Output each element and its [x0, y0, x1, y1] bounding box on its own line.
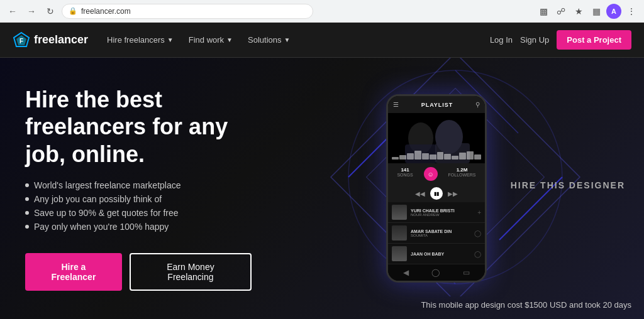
- site-wrapper: F freelancer Hire freelancers ▼ Find wor…: [0, 23, 644, 319]
- phone-back-icon: ◀: [403, 268, 409, 277]
- phone-followers-stat: 1.2M FOLLOWERS: [448, 167, 476, 181]
- extension-icon[interactable]: ▦: [589, 4, 604, 19]
- hero-buttons: Hire a Freelancer Earn Money Freelancing: [25, 253, 252, 291]
- url-text: freelancer.com: [81, 7, 131, 16]
- solutions-nav[interactable]: Solutions ▼: [242, 31, 296, 48]
- hire-freelancer-button[interactable]: Hire a Freelancer: [25, 253, 122, 291]
- track-thumb-1: [392, 205, 407, 220]
- phone-stats: 141 SONGS ☺ 1.2M FOLLOWERS: [388, 163, 485, 185]
- bullet-1: World's largest freelance marketplace: [25, 180, 252, 190]
- bullet-dot-2: [25, 197, 29, 201]
- login-link[interactable]: Log In: [490, 35, 513, 45]
- phone-mockup: ☰ PLAYLIST ⚲: [386, 94, 487, 283]
- find-work-chevron-icon: ▼: [226, 36, 233, 43]
- solutions-chevron-icon: ▼: [284, 36, 290, 43]
- phone-recent-icon: ▭: [463, 268, 470, 277]
- back-button[interactable]: ←: [5, 4, 20, 19]
- earn-money-button[interactable]: Earn Money Freelancing: [130, 253, 252, 291]
- track-thumb-2: [392, 225, 407, 241]
- refresh-button[interactable]: ↻: [43, 4, 58, 19]
- hero-left: Hire the best freelancers for any job, o…: [0, 58, 277, 319]
- hire-freelancers-nav[interactable]: Hire freelancers ▼: [101, 31, 180, 48]
- phone-playlist-label: PLAYLIST: [421, 102, 453, 108]
- signup-link[interactable]: Sign Up: [520, 35, 549, 45]
- find-work-nav[interactable]: Find work ▼: [182, 31, 239, 48]
- design-cost-text: This mobile app design cost $1500 USD an…: [421, 300, 631, 310]
- browser-chrome: ← → ↻ 🔒 freelancer.com ▩ ☍ ★ ▦ A ⋮: [0, 0, 644, 23]
- menu-icon[interactable]: ⋮: [624, 4, 639, 19]
- hire-designer-label[interactable]: HIRE THIS DESIGNER: [511, 180, 625, 190]
- profile-avatar[interactable]: A: [606, 4, 621, 19]
- forward-button[interactable]: →: [24, 4, 39, 19]
- logo[interactable]: F freelancer: [13, 31, 88, 49]
- hero-section: Hire the best freelancers for any job, o…: [0, 58, 644, 319]
- navbar: F freelancer Hire freelancers ▼ Find wor…: [0, 23, 644, 58]
- phone-screen: ☰ PLAYLIST ⚲: [386, 94, 487, 283]
- hire-chevron-icon: ▼: [167, 36, 174, 43]
- phone-search-icon: ⚲: [475, 101, 480, 108]
- track-thumb-3: [392, 246, 407, 261]
- cast-icon[interactable]: ▩: [536, 4, 551, 19]
- track-action-2: ◯: [474, 230, 481, 237]
- bullet-2: Any job you can possibly think of: [25, 194, 252, 204]
- star-icon[interactable]: ★: [571, 4, 586, 19]
- list-item: YURI CHAILE BRISTI NOUR ANDREW +: [388, 202, 485, 223]
- phone-songs-stat: 141 SONGS: [397, 167, 413, 181]
- track-action-3: ◯: [474, 251, 481, 257]
- phone-album-art: [388, 113, 485, 163]
- phone-play-button: ▮▮: [430, 187, 443, 200]
- phone-track-list: YURI CHAILE BRISTI NOUR ANDREW + AMAR SA…: [388, 202, 485, 264]
- address-bar[interactable]: 🔒 freelancer.com: [62, 4, 313, 19]
- svg-text:F: F: [19, 38, 23, 45]
- post-project-button[interactable]: Post a Project: [557, 30, 631, 50]
- list-item: JAAN OH BABY ◯: [388, 244, 485, 264]
- browser-icons: ▩ ☍ ★ ▦ A ⋮: [536, 4, 639, 19]
- bullet-dot-4: [25, 225, 29, 229]
- bullet-4: Pay only when you're 100% happy: [25, 222, 252, 232]
- phone-menu-icon: ☰: [393, 101, 399, 108]
- phone-bottom-nav: ◀ ◯ ▭: [388, 264, 485, 281]
- translate-icon[interactable]: ☍: [553, 4, 569, 19]
- bullet-dot-1: [25, 183, 29, 187]
- nav-right: Log In Sign Up Post a Project: [490, 30, 631, 50]
- list-item: AMAR SABATE DIN SOUMITA ◯: [388, 223, 485, 244]
- hero-title: Hire the best freelancers for any job, o…: [25, 86, 252, 168]
- logo-icon: F: [13, 31, 30, 49]
- phone-header: ☰ PLAYLIST ⚲: [388, 96, 485, 113]
- bullet-dot-3: [25, 211, 29, 215]
- track-action-1: +: [477, 209, 481, 216]
- nav-menu: Hire freelancers ▼ Find work ▼ Solutions…: [101, 31, 296, 48]
- bullet-3: Save up to 90% & get quotes for free: [25, 208, 252, 218]
- logo-text: freelancer: [34, 33, 88, 46]
- phone-player-controls: ◀◀ ▮▮ ▶▶: [388, 185, 485, 202]
- phone-home-icon: ◯: [431, 268, 440, 277]
- hero-bullets: World's largest freelance marketplace An…: [25, 180, 252, 235]
